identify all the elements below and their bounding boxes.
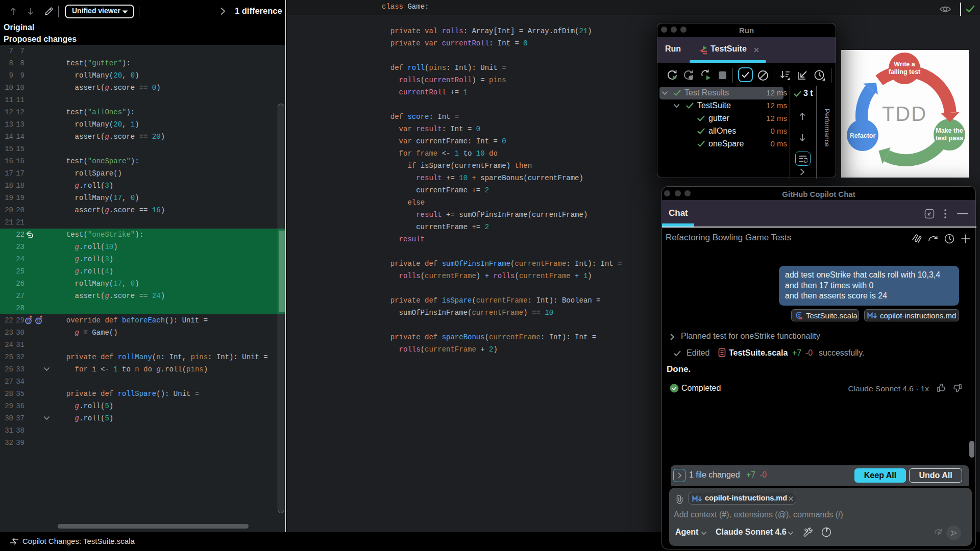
svg-text:Write a: Write a xyxy=(894,61,915,68)
svg-text:TDD: TDD xyxy=(882,103,927,125)
svg-text:test pass: test pass xyxy=(936,135,963,142)
svg-text:failing test: failing test xyxy=(889,68,921,76)
svg-text:Refactor: Refactor xyxy=(850,132,876,139)
svg-text:Make the: Make the xyxy=(936,127,963,134)
